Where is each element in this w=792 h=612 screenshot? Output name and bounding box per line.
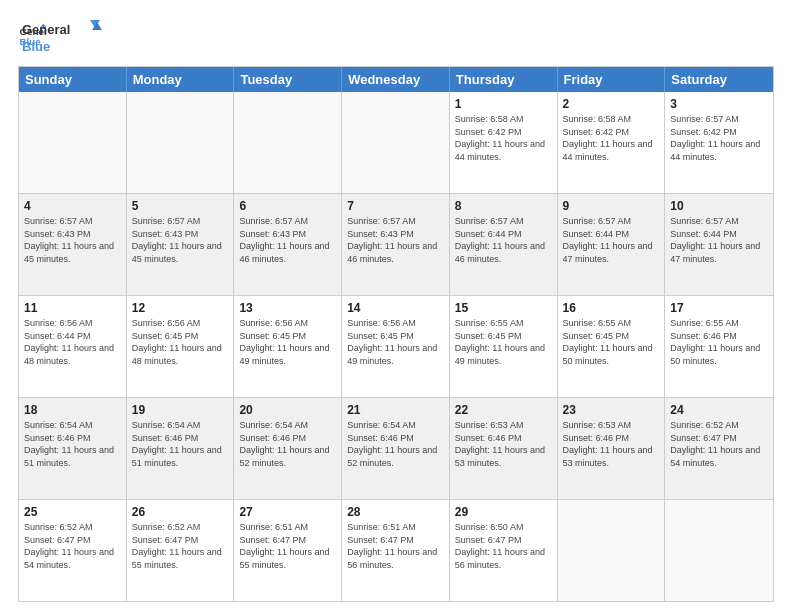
day-number: 27 [239,504,336,520]
day-number: 25 [24,504,121,520]
day-cell-26: 26Sunrise: 6:52 AM Sunset: 6:47 PM Dayli… [127,500,235,601]
day-cell-24: 24Sunrise: 6:52 AM Sunset: 6:47 PM Dayli… [665,398,773,499]
day-info: Sunrise: 6:54 AM Sunset: 6:46 PM Dayligh… [132,419,229,469]
day-info: Sunrise: 6:55 AM Sunset: 6:46 PM Dayligh… [670,317,768,367]
day-cell-27: 27Sunrise: 6:51 AM Sunset: 6:47 PM Dayli… [234,500,342,601]
day-number: 17 [670,300,768,316]
day-cell-28: 28Sunrise: 6:51 AM Sunset: 6:47 PM Dayli… [342,500,450,601]
day-info: Sunrise: 6:57 AM Sunset: 6:43 PM Dayligh… [132,215,229,265]
day-cell-14: 14Sunrise: 6:56 AM Sunset: 6:45 PM Dayli… [342,296,450,397]
day-cell-15: 15Sunrise: 6:55 AM Sunset: 6:45 PM Dayli… [450,296,558,397]
day-cell-9: 9Sunrise: 6:57 AM Sunset: 6:44 PM Daylig… [558,194,666,295]
day-info: Sunrise: 6:57 AM Sunset: 6:43 PM Dayligh… [24,215,121,265]
svg-text:General: General [22,22,70,37]
day-number: 18 [24,402,121,418]
weekday-header-tuesday: Tuesday [234,67,342,92]
day-cell-6: 6Sunrise: 6:57 AM Sunset: 6:43 PM Daylig… [234,194,342,295]
calendar: SundayMondayTuesdayWednesdayThursdayFrid… [18,66,774,602]
day-info: Sunrise: 6:57 AM Sunset: 6:43 PM Dayligh… [347,215,444,265]
day-number: 1 [455,96,552,112]
day-cell-23: 23Sunrise: 6:53 AM Sunset: 6:46 PM Dayli… [558,398,666,499]
day-info: Sunrise: 6:58 AM Sunset: 6:42 PM Dayligh… [563,113,660,163]
day-info: Sunrise: 6:54 AM Sunset: 6:46 PM Dayligh… [347,419,444,469]
day-number: 8 [455,198,552,214]
day-cell-7: 7Sunrise: 6:57 AM Sunset: 6:43 PM Daylig… [342,194,450,295]
day-cell-17: 17Sunrise: 6:55 AM Sunset: 6:46 PM Dayli… [665,296,773,397]
day-cell-18: 18Sunrise: 6:54 AM Sunset: 6:46 PM Dayli… [19,398,127,499]
day-info: Sunrise: 6:54 AM Sunset: 6:46 PM Dayligh… [239,419,336,469]
day-info: Sunrise: 6:57 AM Sunset: 6:44 PM Dayligh… [670,215,768,265]
svg-text:Blue: Blue [22,39,50,54]
day-info: Sunrise: 6:56 AM Sunset: 6:45 PM Dayligh… [132,317,229,367]
empty-cell [234,92,342,193]
day-number: 23 [563,402,660,418]
day-info: Sunrise: 6:56 AM Sunset: 6:45 PM Dayligh… [347,317,444,367]
day-number: 3 [670,96,768,112]
day-number: 9 [563,198,660,214]
day-number: 2 [563,96,660,112]
weekday-header-thursday: Thursday [450,67,558,92]
empty-cell [127,92,235,193]
day-cell-16: 16Sunrise: 6:55 AM Sunset: 6:45 PM Dayli… [558,296,666,397]
day-number: 13 [239,300,336,316]
calendar-row: 18Sunrise: 6:54 AM Sunset: 6:46 PM Dayli… [19,397,773,499]
day-cell-2: 2Sunrise: 6:58 AM Sunset: 6:42 PM Daylig… [558,92,666,193]
weekday-header-sunday: Sunday [19,67,127,92]
weekday-header-friday: Friday [558,67,666,92]
day-number: 24 [670,402,768,418]
page: General Blue General Blue SundayMondayTu… [0,0,792,612]
day-info: Sunrise: 6:51 AM Sunset: 6:47 PM Dayligh… [239,521,336,571]
day-number: 6 [239,198,336,214]
day-info: Sunrise: 6:58 AM Sunset: 6:42 PM Dayligh… [455,113,552,163]
day-cell-10: 10Sunrise: 6:57 AM Sunset: 6:44 PM Dayli… [665,194,773,295]
day-info: Sunrise: 6:57 AM Sunset: 6:44 PM Dayligh… [455,215,552,265]
empty-cell [342,92,450,193]
calendar-row: 11Sunrise: 6:56 AM Sunset: 6:44 PM Dayli… [19,295,773,397]
day-cell-11: 11Sunrise: 6:56 AM Sunset: 6:44 PM Dayli… [19,296,127,397]
day-number: 20 [239,402,336,418]
empty-cell [19,92,127,193]
day-cell-13: 13Sunrise: 6:56 AM Sunset: 6:45 PM Dayli… [234,296,342,397]
calendar-body: 1Sunrise: 6:58 AM Sunset: 6:42 PM Daylig… [19,92,773,601]
day-number: 10 [670,198,768,214]
day-info: Sunrise: 6:57 AM Sunset: 6:43 PM Dayligh… [239,215,336,265]
day-info: Sunrise: 6:54 AM Sunset: 6:46 PM Dayligh… [24,419,121,469]
day-cell-8: 8Sunrise: 6:57 AM Sunset: 6:44 PM Daylig… [450,194,558,295]
day-cell-22: 22Sunrise: 6:53 AM Sunset: 6:46 PM Dayli… [450,398,558,499]
day-number: 11 [24,300,121,316]
day-cell-21: 21Sunrise: 6:54 AM Sunset: 6:46 PM Dayli… [342,398,450,499]
day-info: Sunrise: 6:52 AM Sunset: 6:47 PM Dayligh… [670,419,768,469]
day-info: Sunrise: 6:52 AM Sunset: 6:47 PM Dayligh… [132,521,229,571]
day-cell-12: 12Sunrise: 6:56 AM Sunset: 6:45 PM Dayli… [127,296,235,397]
weekday-header-monday: Monday [127,67,235,92]
day-cell-5: 5Sunrise: 6:57 AM Sunset: 6:43 PM Daylig… [127,194,235,295]
day-number: 5 [132,198,229,214]
day-cell-4: 4Sunrise: 6:57 AM Sunset: 6:43 PM Daylig… [19,194,127,295]
day-info: Sunrise: 6:52 AM Sunset: 6:47 PM Dayligh… [24,521,121,571]
day-cell-3: 3Sunrise: 6:57 AM Sunset: 6:42 PM Daylig… [665,92,773,193]
calendar-header: SundayMondayTuesdayWednesdayThursdayFrid… [19,67,773,92]
day-cell-1: 1Sunrise: 6:58 AM Sunset: 6:42 PM Daylig… [450,92,558,193]
empty-cell [665,500,773,601]
calendar-row: 25Sunrise: 6:52 AM Sunset: 6:47 PM Dayli… [19,499,773,601]
day-cell-20: 20Sunrise: 6:54 AM Sunset: 6:46 PM Dayli… [234,398,342,499]
calendar-row: 4Sunrise: 6:57 AM Sunset: 6:43 PM Daylig… [19,193,773,295]
day-info: Sunrise: 6:53 AM Sunset: 6:46 PM Dayligh… [455,419,552,469]
day-number: 7 [347,198,444,214]
day-number: 28 [347,504,444,520]
day-number: 29 [455,504,552,520]
day-number: 16 [563,300,660,316]
day-number: 4 [24,198,121,214]
empty-cell [558,500,666,601]
header: General Blue General Blue [18,16,774,56]
day-info: Sunrise: 6:55 AM Sunset: 6:45 PM Dayligh… [455,317,552,367]
day-info: Sunrise: 6:51 AM Sunset: 6:47 PM Dayligh… [347,521,444,571]
day-number: 26 [132,504,229,520]
day-cell-19: 19Sunrise: 6:54 AM Sunset: 6:46 PM Dayli… [127,398,235,499]
day-info: Sunrise: 6:55 AM Sunset: 6:45 PM Dayligh… [563,317,660,367]
day-number: 15 [455,300,552,316]
day-number: 21 [347,402,444,418]
logo: General Blue General Blue [18,16,102,56]
day-number: 19 [132,402,229,418]
day-info: Sunrise: 6:57 AM Sunset: 6:42 PM Dayligh… [670,113,768,163]
